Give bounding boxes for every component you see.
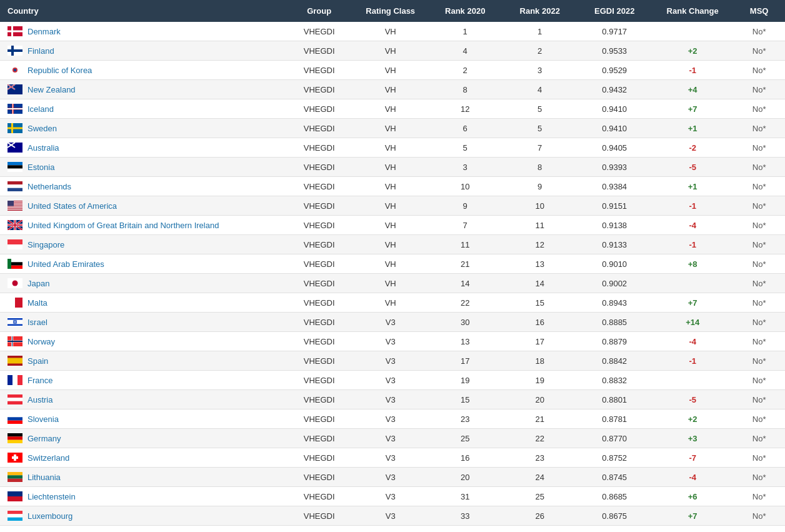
country-name[interactable]: Republic of Korea <box>28 66 92 75</box>
flag-ae <box>8 259 22 269</box>
svg-rect-62 <box>8 324 22 326</box>
rank-change-value: +1 <box>688 182 698 191</box>
group-cell: VHEGDI <box>285 196 353 216</box>
flag-us <box>8 201 22 211</box>
svg-point-57 <box>12 281 18 286</box>
country-cell: Sweden <box>0 119 285 138</box>
group-cell: VHEGDI <box>285 61 353 80</box>
country-name[interactable]: Lithuania <box>28 473 61 482</box>
rank2022-cell: 23 <box>502 448 578 468</box>
svg-rect-61 <box>8 318 22 320</box>
country-name[interactable]: Iceland <box>28 104 54 114</box>
msq-cell: No* <box>733 429 785 448</box>
svg-rect-90 <box>8 491 22 496</box>
table-row: Luxembourg VHEGDIV333260.8675+7No* <box>0 506 785 526</box>
country-name[interactable]: France <box>28 376 52 385</box>
country-name[interactable]: Australia <box>28 143 59 153</box>
country-name[interactable]: Spain <box>28 356 48 366</box>
msq-cell: No* <box>733 506 785 526</box>
rank-change-value: -2 <box>689 143 696 153</box>
country-name[interactable]: Germany <box>28 434 61 443</box>
rank2022-cell: 17 <box>502 332 578 351</box>
group-cell: VHEGDI <box>285 390 353 409</box>
rank-change-value: -5 <box>689 395 696 404</box>
country-name[interactable]: United Kingdom of Great Britain and Nort… <box>28 221 219 230</box>
rating-class-cell: VH <box>353 41 428 61</box>
svg-rect-39 <box>8 209 22 209</box>
country-name[interactable]: Israel <box>28 318 48 327</box>
svg-rect-2 <box>8 31 22 33</box>
country-name[interactable]: Sweden <box>28 124 57 133</box>
egdi2022-cell: 0.8943 <box>577 293 652 313</box>
country-cell: Iceland <box>0 99 285 119</box>
table-row: Republic of Korea VHEGDIVH230.9529-1No* <box>0 61 785 80</box>
table-row: Japan VHEGDIVH14140.9002No* <box>0 274 785 293</box>
msq-cell: No* <box>733 371 785 390</box>
msq-cell: No* <box>733 196 785 216</box>
rank2020-cell: 17 <box>428 351 502 371</box>
rank2020-cell: 33 <box>428 506 502 526</box>
rank-change-value: -4 <box>689 221 696 230</box>
rating-class-cell: VH <box>353 293 428 313</box>
country-name[interactable]: Slovenia <box>28 414 59 424</box>
egdi2022-cell: 0.8770 <box>577 429 652 448</box>
rank2022-cell: 27 <box>502 526 578 533</box>
svg-rect-94 <box>8 518 22 521</box>
msq-cell: No* <box>733 468 785 487</box>
svg-rect-76 <box>8 398 22 401</box>
rank2022-cell: 20 <box>502 390 578 409</box>
country-name[interactable]: Malta <box>28 298 48 308</box>
country-cell: Republic of Korea <box>0 61 285 80</box>
egdi2022-cell: 0.8745 <box>577 468 652 487</box>
country-cell: Switzerland <box>0 448 285 468</box>
rank2022-cell: 10 <box>502 196 578 216</box>
group-cell: VHEGDI <box>285 80 353 99</box>
rank-change-value: +2 <box>688 414 698 424</box>
rank2020-cell: 16 <box>428 448 502 468</box>
country-name[interactable]: Japan <box>28 279 49 288</box>
rank2020-cell: 13 <box>428 332 502 351</box>
col-rating-class: Rating Class <box>353 0 428 22</box>
flag-jp <box>8 278 22 288</box>
country-name[interactable]: Norway <box>28 337 55 346</box>
group-cell: VHEGDI <box>285 235 353 254</box>
rating-class-cell: V3 <box>353 409 428 429</box>
rank-change-cell: +14 <box>652 313 733 332</box>
table-body: Denmark VHEGDIVH110.9717No* Finland VHEG… <box>0 22 785 532</box>
egdi2022-cell: 0.8885 <box>577 313 652 332</box>
country-cell: Norway <box>0 332 285 351</box>
country-cell: Malta <box>0 293 285 313</box>
rank-change-value: +4 <box>688 85 698 94</box>
rank2020-cell: 31 <box>428 487 502 506</box>
svg-rect-89 <box>8 479 22 482</box>
country-name[interactable]: Luxembourg <box>28 511 72 521</box>
country-name[interactable]: Netherlands <box>28 182 71 191</box>
table-row: Estonia VHEGDIVH380.9393-5No* <box>0 158 785 177</box>
country-name[interactable]: Estonia <box>28 163 54 172</box>
rank2022-cell: 11 <box>502 216 578 235</box>
country-cell: Estonia <box>0 158 285 177</box>
rank-change-cell: +6 <box>652 487 733 506</box>
country-cell: Liechtenstein <box>0 487 285 506</box>
country-name[interactable]: Finland <box>28 46 54 56</box>
country-cell: United Arab Emirates <box>0 254 285 274</box>
rank2022-cell: 15 <box>502 293 578 313</box>
country-name[interactable]: Denmark <box>28 27 61 36</box>
country-name[interactable]: New Zealand <box>28 85 76 94</box>
country-cell: Germany <box>0 429 285 448</box>
egdi2022-cell: 0.9529 <box>577 61 652 80</box>
country-name[interactable]: Singapore <box>28 240 64 249</box>
country-name[interactable]: Liechtenstein <box>28 492 76 501</box>
country-name[interactable]: Austria <box>28 395 52 404</box>
rank2020-cell: 10 <box>428 177 502 196</box>
msq-cell: No* <box>733 390 785 409</box>
table-row: Lithuania VHEGDIV320240.8745-4No* <box>0 468 785 487</box>
flag-mt <box>8 298 22 308</box>
flag-li <box>8 491 22 501</box>
country-name[interactable]: Switzerland <box>28 453 69 463</box>
country-cell: Denmark <box>0 22 285 41</box>
rank-change-cell: -7 <box>652 448 733 468</box>
rating-class-cell: VH <box>353 119 428 138</box>
country-name[interactable]: United Arab Emirates <box>28 259 104 269</box>
country-name[interactable]: United States of America <box>28 201 117 211</box>
